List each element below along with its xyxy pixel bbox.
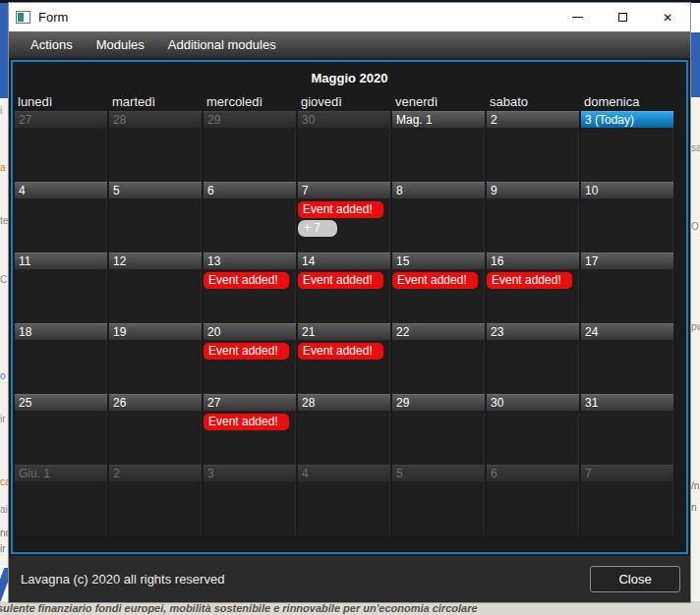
background-blue-block-right [691, 32, 700, 97]
event-badge[interactable]: Event added! [204, 414, 289, 430]
calendar-cell[interactable]: 28 [109, 111, 202, 182]
calendar-cell[interactable]: 4 [298, 465, 390, 535]
window-controls: ✕ [554, 3, 690, 31]
calendar-cell[interactable]: 29 [204, 111, 296, 182]
calendar-cell[interactable]: 22 [392, 323, 485, 394]
calendar-cell[interactable]: 10 [581, 182, 673, 252]
event-badge[interactable]: Event added! [204, 343, 289, 360]
cell-date-label: 4 [298, 465, 390, 481]
cell-date-label: 9 [487, 182, 579, 198]
calendar-cell[interactable]: 6 [487, 465, 579, 535]
calendar-cell[interactable]: 2 [109, 465, 202, 535]
menu-additional-modules[interactable]: Additional modules [156, 31, 288, 58]
cell-date-label: 28 [298, 394, 390, 411]
cell-date-label: 17 [581, 252, 673, 269]
event-badge[interactable]: Event added! [298, 343, 383, 360]
calendar-cell[interactable]: 2 [487, 111, 579, 182]
calendar-cell[interactable]: 11 [15, 252, 107, 323]
calendar-cell[interactable]: 7 [581, 465, 673, 535]
cell-date-label: 8 [392, 182, 485, 198]
calendar-cell[interactable]: 13Event added! [204, 252, 296, 323]
event-badge[interactable]: Event added! [298, 201, 383, 218]
cell-body [392, 198, 485, 252]
calendar-cell[interactable]: 19 [109, 323, 202, 394]
calendar-cell[interactable]: 3 [204, 465, 296, 535]
background-logo-fragment [0, 566, 8, 601]
weekday-label: martedì [109, 94, 202, 109]
close-window-button[interactable]: ✕ [645, 3, 690, 31]
calendar-cell[interactable]: 15Event added! [392, 252, 485, 323]
event-badge[interactable]: Event added! [298, 272, 383, 289]
cell-body: Event added! [392, 269, 485, 323]
calendar-cell[interactable]: 28 [298, 394, 390, 465]
weekday-label: domenica [581, 94, 673, 109]
cell-body: Event added! [204, 340, 296, 394]
calendar-cell[interactable]: 29 [392, 394, 485, 465]
event-badge[interactable]: Event added! [487, 272, 572, 289]
calendar-cell[interactable]: 8 [392, 182, 485, 252]
background-text-fragment: /n [691, 481, 699, 491]
cell-date-label: 5 [392, 465, 485, 481]
calendar-cell[interactable]: 5 [392, 465, 485, 535]
calendar-cell[interactable]: 27 [15, 111, 107, 182]
calendar-widget: Maggio 2020 lunedìmartedìmercoledìgioved… [11, 60, 688, 554]
event-badge[interactable]: Event added! [392, 272, 478, 289]
calendar-cell[interactable]: 3 (Today) [581, 111, 673, 182]
background-text-fragment: pw [691, 322, 700, 332]
footer-bar: Lavagna (c) 2020 all rights reserved Clo… [9, 556, 690, 602]
close-button[interactable]: Close [590, 566, 680, 592]
calendar-cell[interactable]: 12 [109, 252, 202, 323]
copyright-text: Lavagna (c) 2020 all rights reserved [21, 572, 224, 587]
background-right-strip: saOpw/nn [691, 3, 700, 615]
cell-date-label: Giu. 1 [15, 465, 107, 481]
cell-date-label: 23 [487, 323, 579, 340]
calendar-cell[interactable]: Mag. 1 [392, 111, 485, 182]
calendar-cell[interactable]: 25 [15, 394, 107, 465]
calendar-cell[interactable]: 18 [15, 323, 107, 394]
calendar-cell[interactable]: 20Event added! [204, 323, 296, 394]
event-badge[interactable]: Event added! [204, 272, 289, 289]
cell-body [581, 481, 673, 535]
menu-actions[interactable]: Actions [19, 31, 85, 58]
background-bottom-text: sulente finanziario fondi europei, mobil… [0, 601, 700, 615]
calendar-cell[interactable]: 17 [581, 252, 673, 323]
calendar-grid: 27282930Mag. 123 (Today)4567Event added!… [15, 111, 686, 535]
menu-modules[interactable]: Modules [85, 31, 156, 58]
calendar-cell[interactable]: 26 [109, 394, 202, 465]
calendar-cell[interactable]: 14Event added! [298, 252, 390, 323]
cell-body [204, 128, 296, 182]
menubar: Actions Modules Additional modules [9, 31, 690, 58]
cell-date-label: 28 [109, 111, 202, 128]
calendar-cell[interactable]: 24 [581, 323, 673, 394]
calendar-cell[interactable]: 7Event added!+ 7 [298, 182, 390, 252]
calendar-cell[interactable]: 30 [298, 111, 390, 182]
cell-body: Event added!+ 7 [298, 198, 390, 252]
cell-body [487, 198, 579, 252]
cell-body [204, 481, 296, 535]
minimize-button[interactable] [554, 3, 600, 31]
more-events-chip[interactable]: + 7 [298, 220, 337, 237]
cell-date-label: 7 [298, 182, 390, 198]
cell-body [15, 269, 107, 323]
calendar-cell[interactable]: 6 [204, 182, 296, 252]
calendar-cell[interactable]: Giu. 1 [15, 465, 107, 535]
background-text-fragment: ir [0, 544, 6, 554]
calendar-cell[interactable]: 23 [487, 323, 579, 394]
weekday-row: lunedìmartedìmercoledìgiovedìvenerdìsaba… [15, 91, 686, 111]
calendar-cell[interactable]: 9 [487, 182, 579, 252]
cell-date-label: 14 [298, 252, 390, 269]
calendar-cell[interactable]: 27Event added! [204, 394, 296, 465]
calendar-cell[interactable]: 30 [487, 394, 579, 465]
calendar-cell[interactable]: 16Event added! [487, 252, 579, 323]
calendar-cell[interactable]: 5 [109, 182, 202, 252]
calendar-cell[interactable]: 21Event added! [298, 323, 390, 394]
cell-date-label: 5 [109, 182, 202, 198]
cell-date-label: 22 [392, 323, 485, 340]
calendar-cell[interactable]: 31 [581, 394, 673, 465]
background-text-fragment: i [0, 106, 2, 116]
maximize-button[interactable] [600, 3, 645, 31]
cell-body [487, 411, 579, 465]
cell-body [298, 481, 390, 535]
calendar-cell[interactable]: 4 [15, 182, 107, 252]
cell-body [109, 269, 202, 323]
